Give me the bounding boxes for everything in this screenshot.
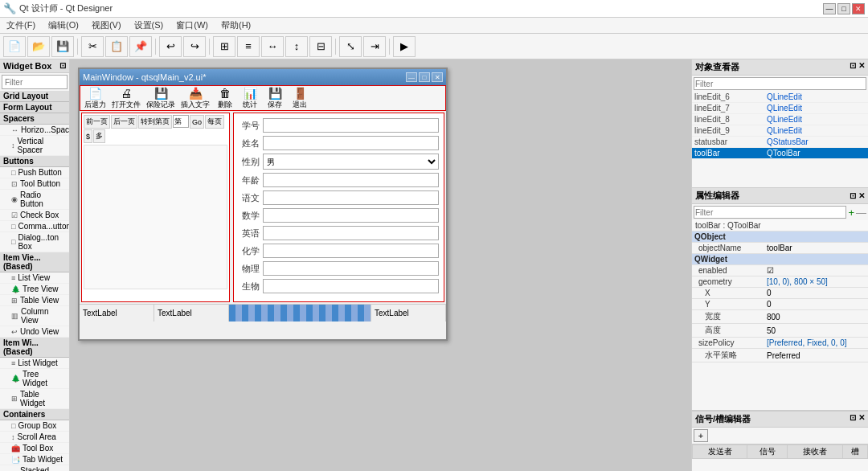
wb-item-check-box[interactable]: ☑Check Box: [0, 210, 69, 221]
nav-perpage-button[interactable]: 每页: [205, 115, 224, 129]
input-nianling[interactable]: [263, 173, 439, 187]
wb-group-item-widget[interactable]: Item Wi...(Based): [0, 338, 69, 358]
paste-button[interactable]: 📌: [129, 36, 152, 57]
obj-row[interactable]: lineEdit_7 QLineEdit: [692, 103, 868, 114]
adjust-size-button[interactable]: ⤡: [339, 36, 362, 57]
preview-button[interactable]: ▶: [393, 36, 416, 57]
wb-item-list-view[interactable]: ≡List View: [0, 272, 69, 284]
nav-dollar-button[interactable]: $: [84, 129, 92, 143]
inner-tb-exit[interactable]: 🚪 退出: [288, 86, 312, 111]
inner-close-button[interactable]: ✕: [432, 72, 443, 82]
obj-filter-input[interactable]: [694, 77, 866, 90]
prop-filter-input[interactable]: [694, 206, 846, 219]
wb-group-form-layout[interactable]: Form Layout: [0, 102, 69, 113]
copy-button[interactable]: 📋: [105, 36, 128, 57]
wb-item-tab-widget[interactable]: 📑Tab Widget: [0, 454, 69, 465]
prop-row-height[interactable]: 高度 50: [692, 324, 868, 338]
layout-form-button[interactable]: ≡: [237, 36, 260, 57]
prop-remove-icon[interactable]: —: [856, 207, 866, 219]
minimize-button[interactable]: —: [823, 3, 836, 14]
menu-window[interactable]: 窗口(W): [173, 18, 211, 32]
inner-tb-insert[interactable]: 📥 插入文字: [178, 86, 212, 111]
wb-group-buttons[interactable]: Buttons: [0, 156, 69, 167]
prop-row-sizepolicy[interactable]: sizePolicy [Preferred, Fixed, 0, 0]: [692, 338, 868, 349]
wb-group-item-view[interactable]: Item Vie...(Based): [0, 252, 69, 272]
new-button[interactable]: 📄: [3, 36, 26, 57]
obj-row[interactable]: lineEdit_9 QLineEdit: [692, 125, 868, 137]
prop-row-width[interactable]: 宽度 800: [692, 310, 868, 324]
wb-item-push-button[interactable]: □Push Button: [0, 167, 69, 178]
menu-settings[interactable]: 设置(S): [131, 18, 167, 32]
wb-group-spacers[interactable]: Spacers: [0, 113, 69, 125]
wb-item-horiz-spacer[interactable]: ↔Horizo...Spacer: [0, 125, 69, 136]
input-xingming[interactable]: [263, 136, 439, 150]
wb-item-group-box[interactable]: □Group Box: [0, 420, 69, 432]
widget-box-float-icon[interactable]: ⊡: [59, 61, 66, 71]
select-xingbie[interactable]: 男女: [263, 154, 439, 170]
prop-row-y[interactable]: Y 0: [692, 299, 868, 310]
wb-item-vert-spacer[interactable]: ↕Vertical Spacer: [0, 136, 69, 156]
layout-break-button[interactable]: ⊟: [309, 36, 332, 57]
input-yingyu[interactable]: [263, 226, 439, 240]
menu-file[interactable]: 文件(F): [3, 18, 39, 32]
menu-help[interactable]: 帮助(H): [218, 18, 254, 32]
cut-button[interactable]: ✂: [81, 36, 104, 57]
prop-editor-float[interactable]: ⊡ ✕: [850, 191, 865, 200]
wb-item-stacked-widget[interactable]: ⊞Stacked Widget: [0, 465, 69, 471]
layout-grid-button[interactable]: ⊞: [213, 36, 235, 57]
prop-row-x[interactable]: X 0: [692, 288, 868, 299]
wb-item-table-widget[interactable]: ⊞Table Widget: [0, 389, 69, 409]
wb-item-undo-view[interactable]: ↩Undo View: [0, 326, 69, 338]
wb-item-radio-button[interactable]: ◉Radio Button: [0, 190, 69, 210]
wb-item-dialog-button[interactable]: □Dialog...ton Box: [0, 232, 69, 252]
wb-item-tree-widget[interactable]: 🌲Tree Widget: [0, 369, 69, 389]
wb-item-tree-view[interactable]: 🌲Tree View: [0, 284, 69, 295]
prop-row-hpolicy[interactable]: 水平策略 Preferred: [692, 349, 868, 362]
tab-order-button[interactable]: ⇥: [363, 36, 386, 57]
menu-view[interactable]: 视图(V): [88, 18, 125, 32]
inner-tb-back[interactable]: 📄 后退力: [82, 86, 108, 111]
inner-tb-delete[interactable]: 🗑 删除: [213, 86, 237, 111]
input-yuwen[interactable]: [263, 190, 439, 205]
wb-item-tool-button[interactable]: ⊡Tool Button: [0, 178, 69, 190]
menu-edit[interactable]: 编辑(O): [45, 18, 82, 32]
wb-item-table-view[interactable]: ⊞Table View: [0, 295, 69, 306]
inner-minimize-button[interactable]: —: [406, 72, 417, 82]
layout-vert-button[interactable]: ↕: [285, 36, 308, 57]
redo-button[interactable]: ↪: [183, 36, 206, 57]
nav-more-button[interactable]: 多: [93, 129, 105, 143]
wb-group-containers[interactable]: Containers: [0, 409, 69, 420]
wb-item-column-view[interactable]: ▥Column View: [0, 306, 69, 326]
inner-tb-save-record[interactable]: 💾 保险记录: [144, 86, 178, 111]
open-button[interactable]: 📂: [27, 36, 50, 57]
obj-row-toolbar[interactable]: toolBar QToolBar: [692, 148, 868, 159]
wb-item-list-widget[interactable]: ≡List Widget: [0, 358, 69, 369]
input-huaxue[interactable]: [263, 244, 439, 258]
wb-item-tool-box[interactable]: 🧰Tool Box: [0, 443, 69, 454]
wb-item-command-button[interactable]: □Comma...utton: [0, 221, 69, 232]
close-button[interactable]: ✕: [852, 3, 865, 14]
layout-horiz-button[interactable]: ↔: [261, 36, 284, 57]
prop-add-icon[interactable]: +: [848, 207, 854, 219]
obj-inspector-float[interactable]: ⊡ ✕: [850, 61, 865, 73]
signal-add-button[interactable]: +: [694, 429, 708, 442]
input-shuxue[interactable]: [263, 208, 439, 223]
input-xuehao[interactable]: [263, 118, 439, 133]
wb-group-grid-layout[interactable]: Grid Layout: [0, 91, 69, 102]
inner-tb-stats[interactable]: 📊 统计: [238, 86, 262, 111]
obj-row[interactable]: lineEdit_6 QLineEdit: [692, 92, 868, 103]
prop-row-enabled[interactable]: enabled ☑: [692, 265, 868, 276]
inner-tb-save[interactable]: 💾 保存: [263, 86, 287, 111]
prop-row-geometry[interactable]: geometry [10, 0), 800 × 50]: [692, 276, 868, 288]
inner-tb-open[interactable]: 🖨 打开文件: [109, 86, 143, 111]
obj-row-statusbar[interactable]: statusbar QStatusBar: [692, 137, 868, 148]
save-button[interactable]: 💾: [51, 36, 74, 57]
widget-box-filter-input[interactable]: [2, 75, 68, 89]
nav-prev-button[interactable]: 前一页: [84, 115, 110, 129]
wb-item-scroll-area[interactable]: ↕Scroll Area: [0, 432, 69, 443]
nav-go-button[interactable]: Go: [190, 115, 204, 129]
maximize-button[interactable]: □: [837, 3, 850, 14]
signal-editor-float[interactable]: ⊡ ✕: [850, 413, 865, 425]
nav-next-button[interactable]: 后一页: [111, 115, 137, 129]
prop-row-objectname[interactable]: objectName toolBar: [692, 243, 868, 254]
